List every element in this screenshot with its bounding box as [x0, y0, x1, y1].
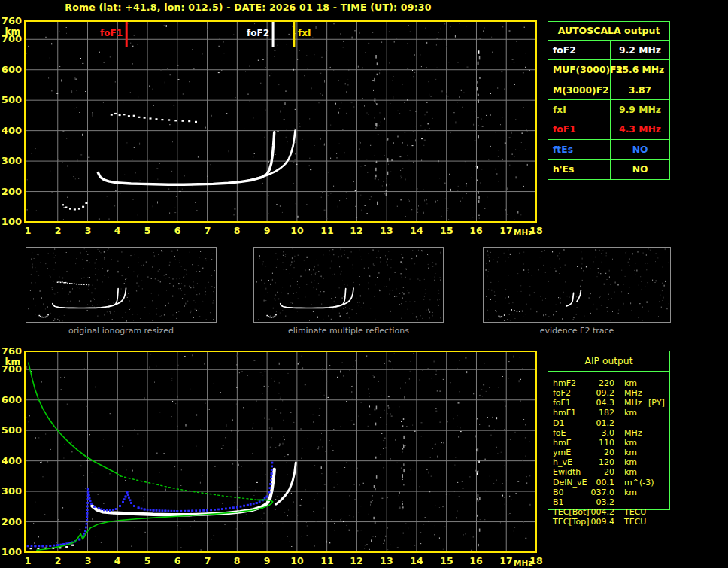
y-tick-400-top: 400 [1, 126, 22, 136]
aip-param-unit: km [624, 467, 637, 477]
x-tick-2-top: 2 [49, 225, 67, 236]
aip-param-label: foF2 [553, 388, 571, 398]
panel-caption-eliminate: eliminate multiple reflections [253, 326, 444, 336]
x-tick-14-top: 14 [408, 225, 426, 236]
x-tick-4-top: 4 [108, 225, 126, 236]
x-tick-9-top: 9 [258, 225, 276, 236]
aip-param-unit: km [624, 457, 637, 467]
x-tick-1-bottom: 1 [19, 555, 37, 566]
panel-original-ionogram [26, 247, 217, 323]
aip-param-value: 120 [580, 457, 614, 467]
aip-param-label: hmE [553, 438, 572, 448]
aip-header: AIP output [548, 351, 669, 372]
autoscala-param-value: 4.3 MHz [611, 124, 669, 135]
x-tick-17-bottom: 17 [497, 555, 515, 566]
aip-param-value: 110 [580, 438, 614, 448]
aip-param-label: hmF1 [553, 408, 576, 418]
aip-param-unit: TECU [624, 517, 646, 527]
aip-param-unit: km [624, 438, 637, 448]
aip-param-value: 009.4 [580, 517, 614, 527]
aip-param-value: 00.1 [580, 478, 614, 488]
aip-param-label: h_vE [553, 457, 572, 467]
aip-param-unit: m^(-3) [624, 478, 654, 488]
autoscala-param-label: fxI [548, 100, 611, 119]
autoscala-param-label: foF2 [548, 41, 611, 59]
aip-param-unit: MHz [624, 428, 642, 438]
aip-param-unit: MHz [624, 398, 642, 408]
x-tick-12-bottom: 12 [347, 555, 366, 566]
x-tick-7-bottom: 7 [199, 555, 217, 566]
aip-param-value: 20 [580, 448, 614, 457]
panel-caption-original: original ionogram resized [26, 326, 217, 336]
autoscala-param-value: 9.9 MHz [611, 105, 669, 115]
x-tick-4-bottom: 4 [108, 555, 126, 566]
aip-param-value: 09.2 [580, 388, 614, 398]
marker-label-foF2: foF2 [235, 28, 269, 38]
y-tick-500-top: 500 [1, 95, 22, 105]
y-tick-500-bottom: 500 [1, 425, 22, 436]
x-tick-8-top: 8 [228, 225, 246, 236]
aip-param-value: 182 [580, 408, 614, 418]
x-tick-17-top: 17 [497, 225, 515, 236]
autoscala-row-h'Es: h'EsNO [548, 159, 669, 179]
aip-param-unit: MHz [624, 388, 642, 398]
x-tick-3-bottom: 3 [79, 555, 97, 566]
aip-param-value: 01.2 [580, 418, 614, 428]
aip-param-label: foE [553, 428, 566, 438]
autoscala-row-foF2: foF29.2 MHz [548, 41, 669, 59]
x-tick-13-bottom: 13 [378, 555, 396, 566]
marker-label-fxI: fxI [298, 28, 328, 38]
aip-param-value: 03.2 [580, 497, 614, 507]
x-tick-8-bottom: 8 [228, 555, 246, 566]
aip-output-panel: AIP output hmF2220kmfoF209.2MHzfoF104.3M… [548, 351, 670, 510]
aip-param-unit: TECU [624, 507, 646, 517]
autoscala-param-value: NO [611, 144, 669, 155]
autoscala-row-M(3000)F2: M(3000)F23.87 [548, 80, 669, 99]
x-tick-9-bottom: 9 [258, 555, 276, 566]
x-tick-10-top: 10 [288, 225, 306, 236]
autoscala-param-label: M(3000)F2 [548, 80, 611, 99]
marker-label-foF1: foF1 [89, 28, 123, 38]
panel-eliminate-reflections [253, 247, 444, 323]
x-tick-2-bottom: 2 [49, 555, 67, 566]
x-tick-13-top: 13 [378, 225, 396, 236]
aip-param-value: 004.2 [580, 507, 614, 517]
panel-evidence-f2-trace [483, 247, 671, 323]
aip-param-label: ymE [553, 448, 571, 457]
y-tick-700-bottom: 700 [1, 364, 22, 375]
aip-param-value: 220 [580, 378, 614, 388]
x-tick-12-top: 12 [347, 225, 366, 236]
y-tick-200-bottom: 200 [1, 517, 22, 527]
autoscala-output-panel: AUTOSCALA output foF29.2 MHzMUF(3000)F23… [548, 21, 670, 180]
autoscala-rows: foF29.2 MHzMUF(3000)F235.6 MHzM(3000)F23… [548, 41, 669, 179]
x-tick-5-bottom: 5 [138, 555, 156, 566]
aip-param-label: hmF2 [553, 378, 576, 388]
autoscala-param-value: 35.6 MHz [611, 65, 669, 75]
y-tick-300-bottom: 300 [1, 486, 22, 497]
aip-param-value: 037.0 [580, 488, 614, 497]
aip-param-label: B0 [553, 488, 564, 497]
x-tick-6-top: 6 [168, 225, 187, 236]
y-tick-200-top: 200 [1, 187, 22, 197]
x-axis-unit-bottom: MHz [514, 558, 532, 567]
panel-caption-evidence: evidence F2 trace [483, 326, 671, 336]
autoscala-row-fxI: fxI9.9 MHz [548, 99, 669, 119]
aip-param-unit: km [624, 488, 637, 497]
x-tick-16-top: 16 [467, 225, 485, 236]
aip-param-label: Ewidth [553, 467, 581, 477]
y-tick-600-top: 600 [1, 65, 22, 75]
aip-param-value: 3.0 [580, 428, 614, 438]
autoscala-param-label: MUF(3000)F2 [548, 60, 611, 79]
autoscala-header: AUTOSCALA output [548, 22, 669, 41]
top-ionogram-plot [24, 20, 537, 223]
autoscala-param-label: foF1 [548, 120, 611, 139]
x-tick-11-top: 11 [318, 225, 336, 236]
autoscala-row-MUF(3000)F2: MUF(3000)F235.6 MHz [548, 59, 669, 79]
aip-param-value: 20 [580, 467, 614, 477]
autoscala-screen: Rome (lat: +41.8, lon: 012.5) - DATE: 20… [0, 0, 728, 568]
x-tick-14-bottom: 14 [408, 555, 426, 566]
y-tick-600-bottom: 600 [1, 395, 22, 405]
aip-param-unit: km [624, 408, 637, 418]
aip-param-unit: km [624, 378, 637, 388]
aip-param-label: B1 [553, 497, 564, 507]
